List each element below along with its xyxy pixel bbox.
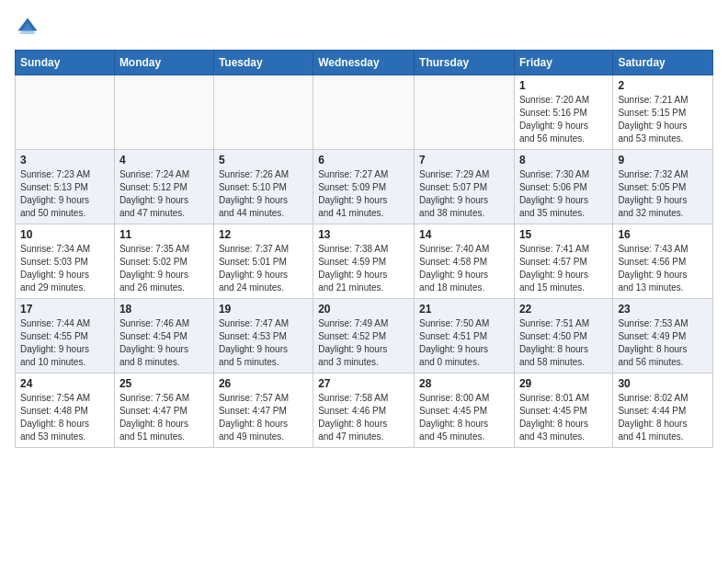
day-number: 6	[318, 154, 409, 167]
calendar-week-row: 10Sunrise: 7:34 AM Sunset: 5:03 PM Dayli…	[16, 224, 713, 299]
calendar-header-monday: Monday	[114, 51, 213, 75]
calendar-day-cell: 9Sunrise: 7:32 AM Sunset: 5:05 PM Daylig…	[613, 150, 713, 224]
day-number: 19	[219, 303, 308, 316]
calendar-day-cell: 29Sunrise: 8:01 AM Sunset: 4:45 PM Dayli…	[514, 373, 612, 448]
day-info: Sunrise: 8:01 AM Sunset: 4:45 PM Dayligh…	[519, 392, 608, 443]
day-info: Sunrise: 7:30 AM Sunset: 5:06 PM Dayligh…	[519, 168, 608, 220]
day-number: 8	[519, 154, 608, 167]
day-info: Sunrise: 7:46 AM Sunset: 4:54 PM Dayligh…	[119, 317, 209, 369]
day-info: Sunrise: 7:47 AM Sunset: 4:53 PM Dayligh…	[219, 317, 308, 369]
day-number: 13	[318, 228, 409, 241]
calendar-day-cell	[313, 75, 415, 150]
calendar-day-cell: 19Sunrise: 7:47 AM Sunset: 4:53 PM Dayli…	[213, 299, 313, 373]
calendar-day-cell: 1Sunrise: 7:20 AM Sunset: 5:16 PM Daylig…	[514, 75, 612, 150]
calendar-day-cell: 14Sunrise: 7:40 AM Sunset: 4:58 PM Dayli…	[415, 224, 515, 299]
day-info: Sunrise: 8:02 AM Sunset: 4:44 PM Dayligh…	[618, 392, 708, 443]
day-info: Sunrise: 7:58 AM Sunset: 4:46 PM Dayligh…	[318, 392, 409, 443]
day-info: Sunrise: 7:40 AM Sunset: 4:58 PM Dayligh…	[419, 243, 509, 294]
day-info: Sunrise: 7:21 AM Sunset: 5:15 PM Dayligh…	[618, 94, 708, 145]
day-number: 10	[20, 228, 109, 241]
day-number: 5	[219, 154, 308, 167]
calendar-header-sunday: Sunday	[16, 51, 115, 75]
calendar-header-thursday: Thursday	[415, 51, 515, 75]
day-number: 21	[419, 303, 509, 316]
calendar-day-cell: 26Sunrise: 7:57 AM Sunset: 4:47 PM Dayli…	[213, 373, 313, 448]
calendar-day-cell: 16Sunrise: 7:43 AM Sunset: 4:56 PM Dayli…	[613, 224, 713, 299]
calendar-day-cell: 17Sunrise: 7:44 AM Sunset: 4:55 PM Dayli…	[16, 299, 115, 373]
calendar-day-cell: 13Sunrise: 7:38 AM Sunset: 4:59 PM Dayli…	[313, 224, 415, 299]
day-info: Sunrise: 7:56 AM Sunset: 4:47 PM Dayligh…	[119, 392, 209, 443]
calendar-day-cell: 4Sunrise: 7:24 AM Sunset: 5:12 PM Daylig…	[114, 150, 213, 224]
calendar-week-row: 3Sunrise: 7:23 AM Sunset: 5:13 PM Daylig…	[16, 150, 713, 224]
day-number: 2	[618, 79, 708, 92]
day-info: Sunrise: 7:26 AM Sunset: 5:10 PM Dayligh…	[219, 168, 308, 220]
calendar-day-cell: 20Sunrise: 7:49 AM Sunset: 4:52 PM Dayli…	[313, 299, 415, 373]
day-number: 23	[618, 303, 708, 316]
day-number: 28	[419, 377, 509, 390]
calendar-header-friday: Friday	[514, 51, 612, 75]
calendar-table: SundayMondayTuesdayWednesdayThursdayFrid…	[15, 50, 713, 448]
calendar-day-cell	[415, 75, 515, 150]
day-info: Sunrise: 7:34 AM Sunset: 5:03 PM Dayligh…	[20, 243, 109, 294]
day-number: 16	[618, 228, 708, 241]
calendar-day-cell: 25Sunrise: 7:56 AM Sunset: 4:47 PM Dayli…	[114, 373, 213, 448]
day-info: Sunrise: 7:49 AM Sunset: 4:52 PM Dayligh…	[318, 317, 409, 369]
calendar-day-cell: 24Sunrise: 7:54 AM Sunset: 4:48 PM Dayli…	[16, 373, 115, 448]
day-info: Sunrise: 7:23 AM Sunset: 5:13 PM Dayligh…	[20, 168, 109, 220]
day-number: 15	[519, 228, 608, 241]
day-number: 24	[20, 377, 109, 390]
calendar-day-cell	[114, 75, 213, 150]
page-header	[15, 15, 713, 40]
day-info: Sunrise: 7:41 AM Sunset: 4:57 PM Dayligh…	[519, 243, 608, 294]
day-info: Sunrise: 7:37 AM Sunset: 5:01 PM Dayligh…	[219, 243, 308, 294]
calendar-day-cell: 21Sunrise: 7:50 AM Sunset: 4:51 PM Dayli…	[415, 299, 515, 373]
day-number: 29	[519, 377, 608, 390]
day-number: 20	[318, 303, 409, 316]
day-info: Sunrise: 7:43 AM Sunset: 4:56 PM Dayligh…	[618, 243, 708, 294]
day-info: Sunrise: 7:20 AM Sunset: 5:16 PM Dayligh…	[519, 94, 608, 145]
day-info: Sunrise: 7:38 AM Sunset: 4:59 PM Dayligh…	[318, 243, 409, 294]
calendar-day-cell: 6Sunrise: 7:27 AM Sunset: 5:09 PM Daylig…	[313, 150, 415, 224]
day-number: 30	[618, 377, 708, 390]
calendar-day-cell: 7Sunrise: 7:29 AM Sunset: 5:07 PM Daylig…	[415, 150, 515, 224]
day-number: 27	[318, 377, 409, 390]
day-info: Sunrise: 7:54 AM Sunset: 4:48 PM Dayligh…	[20, 392, 109, 443]
calendar-day-cell: 5Sunrise: 7:26 AM Sunset: 5:10 PM Daylig…	[213, 150, 313, 224]
day-info: Sunrise: 7:53 AM Sunset: 4:49 PM Dayligh…	[618, 317, 708, 369]
day-info: Sunrise: 7:27 AM Sunset: 5:09 PM Dayligh…	[318, 168, 409, 220]
calendar-day-cell: 30Sunrise: 8:02 AM Sunset: 4:44 PM Dayli…	[613, 373, 713, 448]
day-info: Sunrise: 7:24 AM Sunset: 5:12 PM Dayligh…	[119, 168, 209, 220]
day-number: 18	[119, 303, 209, 316]
day-number: 17	[20, 303, 109, 316]
calendar-header-wednesday: Wednesday	[313, 51, 415, 75]
calendar-day-cell: 2Sunrise: 7:21 AM Sunset: 5:15 PM Daylig…	[613, 75, 713, 150]
day-info: Sunrise: 7:32 AM Sunset: 5:05 PM Dayligh…	[618, 168, 708, 220]
logo	[15, 15, 44, 40]
calendar-day-cell: 28Sunrise: 8:00 AM Sunset: 4:45 PM Dayli…	[415, 373, 515, 448]
calendar-week-row: 17Sunrise: 7:44 AM Sunset: 4:55 PM Dayli…	[16, 299, 713, 373]
calendar-day-cell: 15Sunrise: 7:41 AM Sunset: 4:57 PM Dayli…	[514, 224, 612, 299]
calendar-header-saturday: Saturday	[613, 51, 713, 75]
calendar-day-cell: 18Sunrise: 7:46 AM Sunset: 4:54 PM Dayli…	[114, 299, 213, 373]
day-number: 12	[219, 228, 308, 241]
logo-icon	[15, 15, 40, 40]
day-number: 9	[618, 154, 708, 167]
day-info: Sunrise: 7:51 AM Sunset: 4:50 PM Dayligh…	[519, 317, 608, 369]
day-info: Sunrise: 7:50 AM Sunset: 4:51 PM Dayligh…	[419, 317, 509, 369]
calendar-day-cell: 12Sunrise: 7:37 AM Sunset: 5:01 PM Dayli…	[213, 224, 313, 299]
calendar-day-cell	[213, 75, 313, 150]
day-info: Sunrise: 7:44 AM Sunset: 4:55 PM Dayligh…	[20, 317, 109, 369]
calendar-day-cell	[16, 75, 115, 150]
calendar-week-row: 24Sunrise: 7:54 AM Sunset: 4:48 PM Dayli…	[16, 373, 713, 448]
calendar-day-cell: 22Sunrise: 7:51 AM Sunset: 4:50 PM Dayli…	[514, 299, 612, 373]
day-number: 4	[119, 154, 209, 167]
calendar-day-cell: 3Sunrise: 7:23 AM Sunset: 5:13 PM Daylig…	[16, 150, 115, 224]
day-number: 22	[519, 303, 608, 316]
calendar-week-row: 1Sunrise: 7:20 AM Sunset: 5:16 PM Daylig…	[16, 75, 713, 150]
calendar-day-cell: 27Sunrise: 7:58 AM Sunset: 4:46 PM Dayli…	[313, 373, 415, 448]
day-number: 26	[219, 377, 308, 390]
calendar-day-cell: 11Sunrise: 7:35 AM Sunset: 5:02 PM Dayli…	[114, 224, 213, 299]
day-number: 1	[519, 79, 608, 92]
calendar-header-tuesday: Tuesday	[213, 51, 313, 75]
calendar-day-cell: 8Sunrise: 7:30 AM Sunset: 5:06 PM Daylig…	[514, 150, 612, 224]
